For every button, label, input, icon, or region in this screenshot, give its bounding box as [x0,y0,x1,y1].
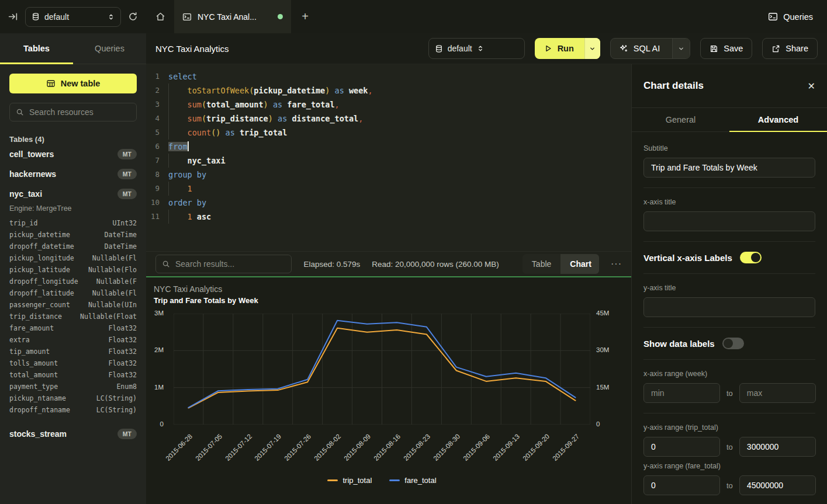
table-name: cell_towers [9,150,54,159]
column-row[interactable]: tolls_amountFloat32 [9,357,137,369]
code-line[interactable]: 2 toStartOfWeek(pickup_datetime) as week… [146,84,631,98]
sidebar-tab-tables[interactable]: Tables [0,33,73,64]
column-row[interactable]: pickup_datetimeDateTime [9,229,137,241]
code-line[interactable]: 10order by [146,196,631,210]
legend-item-trip_total[interactable]: trip_total [327,476,372,485]
code-line[interactable]: 6from [146,140,631,154]
topbar-right: Queries [768,0,827,33]
x-tick-label: 2015-06-28 [164,433,193,462]
legend-swatch [327,479,338,481]
share-button[interactable]: Share [762,38,818,59]
column-name: pickup_latitude [9,264,70,276]
resource-search-input[interactable] [29,107,135,117]
table-row-nyc-taxi[interactable]: nyc_taxi MT [9,184,137,203]
results-search[interactable] [155,255,292,273]
save-button-label: Save [724,44,743,53]
tab-advanced[interactable]: Advanced [729,108,827,131]
column-type: LC(String) [96,392,137,404]
refresh-button[interactable] [128,12,138,22]
table-row-stocks-stream[interactable]: stocks_stream MT [9,424,137,443]
column-row[interactable]: payment_typeEnum8 [9,381,137,392]
to-label: to [726,443,733,451]
code-line[interactable]: 8group by [146,168,631,182]
column-row[interactable]: extraFloat32 [9,334,137,346]
code-line[interactable]: 5 count() as trip_total [146,126,631,140]
sql-ai-options-button[interactable] [672,39,690,58]
column-row[interactable]: dropoff_latitudeNullable(Fl [9,287,137,299]
view-toggle: Table Chart [523,254,599,274]
vertical-x-labels-toggle[interactable] [740,252,762,263]
column-row[interactable]: passenger_countNullable(UIn [9,299,137,311]
x-range-label: x-axis range (week) [643,370,815,378]
code-line[interactable]: 9 1 [146,182,631,196]
column-row[interactable]: tip_amountFloat32 [9,346,137,357]
y-range-fare-max-input[interactable] [739,475,816,495]
table-row-hackernews[interactable]: hackernews MT [9,164,137,183]
column-row[interactable]: fare_amountFloat32 [9,322,137,334]
column-row[interactable]: pickup_longitudeNullable(Fl [9,252,137,264]
table-view-button[interactable]: Table [523,254,560,274]
line-chart[interactable] [174,314,590,425]
to-label: to [726,389,733,398]
vertical-x-labels-row: Vertical x-axis Labels [643,252,815,263]
database-selector[interactable]: default [25,7,121,27]
divider [643,413,815,413]
sidebar-tab-queries[interactable]: Queries [73,33,146,64]
column-row[interactable]: pickup_ntanameLC(String) [9,392,137,404]
sql-ai-button[interactable]: SQL AI [610,38,690,59]
column-row[interactable]: pickup_latitudeNullable(Flo [9,264,137,276]
x-range-max-input[interactable] [739,383,816,403]
code-line[interactable]: 11 1 asc [146,210,631,224]
header-database-value: default [448,44,472,53]
y-range-trip-min-input[interactable] [643,437,720,457]
queries-button[interactable]: Queries [768,12,813,22]
column-row[interactable]: trip_idUInt32 [9,217,137,229]
column-row[interactable]: total_amountFloat32 [9,369,137,381]
table-row-cell-towers[interactable]: cell_towers MT [9,144,137,164]
sparkle-icon [619,44,628,53]
legend-item-fare_total[interactable]: fare_total [389,476,436,485]
resource-search[interactable] [9,103,137,121]
column-row[interactable]: dropoff_ntanameLC(String) [9,404,137,416]
line-number: 9 [146,182,168,196]
chart-view-button[interactable]: Chart [560,254,599,274]
run-button[interactable]: Run [535,38,600,59]
column-row[interactable]: dropoff_datetimeDateTime [9,241,137,252]
more-options-button[interactable]: ··· [611,259,622,269]
show-data-labels-toggle[interactable] [722,338,744,349]
y-tick-label: 2M [154,346,164,353]
collapse-sidebar-button[interactable] [8,12,18,22]
results-search-input[interactable] [175,259,285,269]
x-tick-label: 2015-08-02 [313,433,342,462]
x-tick-label: 2015-09-20 [521,433,551,462]
tab-nyc-taxi-analytics[interactable]: NYC Taxi Anal... [174,0,291,33]
code-line[interactable]: 4 sum(trip_distance) as distance_total, [146,112,631,126]
line-number: 10 [146,196,168,210]
column-row[interactable]: trip_distanceNullable(Float [9,311,137,322]
code-line[interactable]: 7 nyc_taxi [146,154,631,168]
y-range-fare-min-input[interactable] [643,475,720,495]
new-tab-button[interactable]: + [291,0,319,33]
editor-header: NYC Taxi Analytics default [146,33,827,64]
tab-general[interactable]: General [632,108,729,131]
queries-terminal-icon [768,12,778,22]
subtitle-input[interactable] [643,158,815,178]
new-table-button[interactable]: New table [9,74,137,93]
table-name: stocks_stream [9,429,67,439]
home-button[interactable] [146,0,174,33]
column-row[interactable]: dropoff_longitudeNullable(F [9,276,137,287]
chevron-down-icon [678,46,684,52]
y-range-trip-max-input[interactable] [739,437,816,457]
close-panel-button[interactable]: ✕ [808,81,815,92]
chart-section: NYC Taxi Analytics Trip and Fare Totals … [146,276,631,504]
code-line[interactable]: 3 sum(total_amount) as fare_total, [146,98,631,112]
x-range-min-input[interactable] [643,383,720,403]
sql-editor[interactable]: 1select2 toStartOfWeek(pickup_datetime) … [146,64,631,251]
code-line[interactable]: 1select [146,69,631,84]
header-database-selector[interactable]: default [428,38,525,59]
save-button[interactable]: Save [700,38,752,59]
refresh-icon [128,12,138,22]
run-options-button[interactable] [584,38,600,59]
x-axis-title-input[interactable] [643,211,815,231]
y-axis-title-input[interactable] [643,297,815,317]
